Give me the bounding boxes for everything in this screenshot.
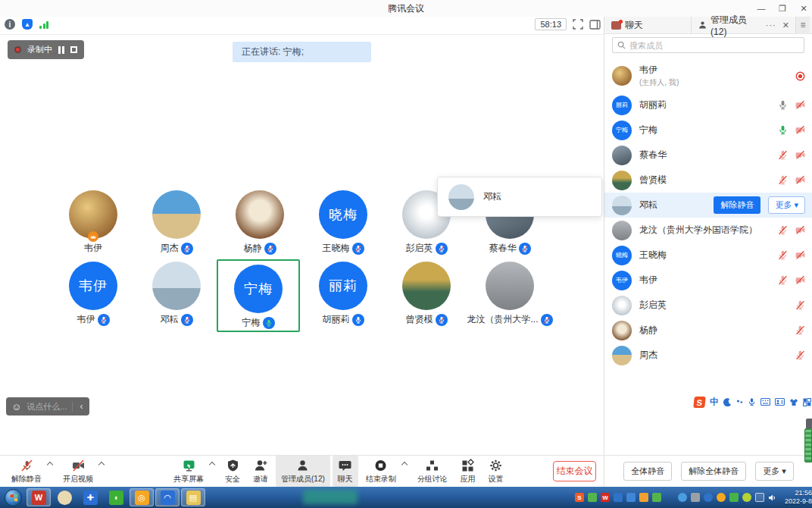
id-card-icon[interactable]: [775, 398, 785, 406]
participant-tile[interactable]: 晓梅王晓梅: [301, 188, 385, 261]
participant-tile[interactable]: 邓耘: [135, 259, 218, 332]
member-row[interactable]: 蔡春华: [604, 143, 812, 168]
panel-menu-icon[interactable]: ≡: [795, 17, 810, 34]
toolbar-item-stop[interactable]: 结束录制: [361, 456, 401, 487]
tray-security-icon[interactable]: [704, 493, 713, 502]
taskbar-app-tencent-docs[interactable]: ✚: [78, 488, 102, 506]
participant-tile[interactable]: 韦伊韦伊: [52, 259, 135, 332]
participant-tile[interactable]: 龙汶（贵州大学...: [468, 259, 551, 332]
tray-usb-orange-icon[interactable]: [639, 493, 648, 502]
participant-tile[interactable]: 丽莉胡丽莉: [301, 259, 385, 332]
tray-battery-icon[interactable]: [588, 493, 597, 502]
tray-meeting-tray-icon[interactable]: [626, 493, 636, 502]
chevron-up-icon[interactable]: [47, 461, 53, 467]
chat-input-placeholder[interactable]: 说点什么...: [27, 401, 67, 412]
tab-chat[interactable]: 聊天: [604, 17, 691, 34]
unmute-member-button[interactable]: 解除静音: [714, 196, 760, 214]
start-button[interactable]: [5, 489, 22, 506]
panel-close-icon[interactable]: ✕: [782, 20, 789, 30]
member-row[interactable]: 杨静: [604, 318, 812, 343]
toolbox-grid-icon[interactable]: [803, 398, 811, 406]
toolbar-item-invite[interactable]: 邀请: [248, 456, 273, 487]
skin-shirt-icon[interactable]: [789, 398, 798, 406]
tray-usb-green-icon[interactable]: [652, 493, 661, 502]
member-row[interactable]: 邓耘解除静音更多 ▾: [604, 193, 812, 218]
keyboard-icon[interactable]: [760, 398, 770, 406]
close-button[interactable]: ✕: [798, 4, 809, 14]
tray-updater-icon[interactable]: [691, 493, 700, 502]
toolbar-item-breakout[interactable]: 分组讨论: [412, 456, 453, 487]
fullscreen-icon[interactable]: [573, 19, 583, 30]
participant-tile[interactable]: 杨静: [218, 188, 301, 261]
tray-antivirus-icon[interactable]: [717, 493, 726, 502]
participant-tile[interactable]: 宁梅宁梅: [217, 259, 300, 332]
taskbar-app-explorer[interactable]: ▤: [181, 488, 205, 506]
chevron-up-icon[interactable]: [98, 461, 105, 467]
punctuation-icon[interactable]: [736, 398, 743, 406]
end-meeting-button[interactable]: 结束会议: [553, 461, 596, 481]
member-row[interactable]: 曾贤模: [604, 168, 812, 193]
stop-recording-icon[interactable]: [70, 46, 77, 53]
security-shield-icon[interactable]: ▲: [22, 19, 33, 30]
tray-wps-tray-icon[interactable]: W: [601, 493, 610, 502]
member-row[interactable]: 彭启英: [604, 293, 812, 318]
minimize-button[interactable]: —: [756, 4, 767, 13]
member-row[interactable]: 周杰: [604, 343, 812, 368]
taskbar-app-browser-360[interactable]: ◎: [130, 488, 154, 506]
participant-tile[interactable]: 曾贤模: [385, 259, 468, 332]
member-more-button[interactable]: 更多 ▾: [768, 196, 805, 214]
taskbar-clock[interactable]: 21:56 2022-9-8: [785, 489, 812, 506]
pause-recording-icon[interactable]: [58, 46, 64, 54]
member-row[interactable]: 晓梅王晓梅: [604, 243, 812, 268]
panel-more-icon[interactable]: ···: [766, 20, 776, 30]
tray-plus-icon[interactable]: [742, 493, 751, 502]
voice-input-icon[interactable]: [748, 397, 756, 406]
tray-volume-icon[interactable]: [768, 493, 777, 502]
member-row[interactable]: 宁梅宁梅: [604, 118, 812, 143]
member-row[interactable]: 龙汶（贵州大学外国语学院）: [604, 218, 812, 243]
moon-icon[interactable]: [723, 398, 732, 406]
chevron-up-icon[interactable]: [209, 461, 215, 467]
toolbar-item-chat[interactable]: 聊天: [333, 456, 358, 487]
member-avatar: 晓梅: [612, 246, 632, 265]
mute-all-button[interactable]: 全体静音: [623, 462, 672, 481]
collapse-chat-icon[interactable]: ‹: [78, 401, 84, 412]
toolbar-item-gear[interactable]: 设置: [483, 456, 509, 487]
tab-manage-members[interactable]: 管理成员(12): [692, 17, 766, 34]
toolbar-item-members[interactable]: 管理成员(12): [276, 456, 330, 487]
tray-docs-tray-icon[interactable]: [614, 493, 623, 502]
search-input[interactable]: [629, 41, 781, 50]
layout-toggle-icon[interactable]: [589, 20, 601, 30]
member-row[interactable]: 韦伊(主持人, 我): [604, 59, 812, 93]
taskbar-app-wechat[interactable]: ◖: [104, 488, 128, 506]
meeting-canvas: i ▲ 58:13 录制中 正在讲话: 宁梅; 韦伊周杰杨静晓梅王晓梅彭启英蔡春…: [0, 17, 604, 487]
toolbar-item-mic-off[interactable]: 解除静音: [6, 456, 47, 487]
member-row[interactable]: 韦伊韦伊: [604, 268, 812, 293]
member-row[interactable]: 丽莉胡丽莉: [604, 93, 812, 118]
chevron-up-icon[interactable]: [401, 461, 408, 467]
network-signal-icon[interactable]: [39, 20, 48, 29]
tray-show-desktop-icon[interactable]: [755, 493, 764, 502]
maximize-button[interactable]: ❐: [777, 4, 788, 14]
tray-manager-icon[interactable]: [729, 493, 739, 502]
participant-tile[interactable]: 周杰: [135, 188, 218, 261]
search-box[interactable]: [612, 37, 804, 53]
participant-tile[interactable]: 韦伊: [52, 188, 135, 261]
quick-chat-bar[interactable]: ☺ 说点什么... ‹: [6, 397, 89, 415]
taskbar-app-tencent-meeting[interactable]: ◠: [155, 488, 180, 506]
meeting-info-icon[interactable]: i: [5, 19, 15, 30]
toolbar-item-apps[interactable]: 应用: [455, 456, 481, 487]
tray-sogou-icon[interactable]: S: [575, 493, 584, 502]
taskbar-app-app-round[interactable]: [52, 488, 77, 506]
tray-qq-icon[interactable]: [678, 493, 687, 502]
toolbar-item-shield[interactable]: 安全: [220, 456, 245, 487]
taskbar-app-wps[interactable]: W: [27, 488, 51, 506]
emoji-icon[interactable]: ☺: [11, 401, 21, 412]
sogou-input-bar[interactable]: S中: [694, 395, 811, 409]
toolbar-item-cam-off[interactable]: 开启视频: [58, 456, 98, 487]
unmute-all-button[interactable]: 解除全体静音: [681, 462, 746, 481]
toolbar-item-share[interactable]: 共享屏幕: [168, 456, 209, 487]
more-button[interactable]: 更多 ▾: [755, 462, 794, 481]
input-mode-chinese[interactable]: 中: [710, 396, 719, 409]
sogou-logo-icon[interactable]: S: [693, 397, 706, 408]
